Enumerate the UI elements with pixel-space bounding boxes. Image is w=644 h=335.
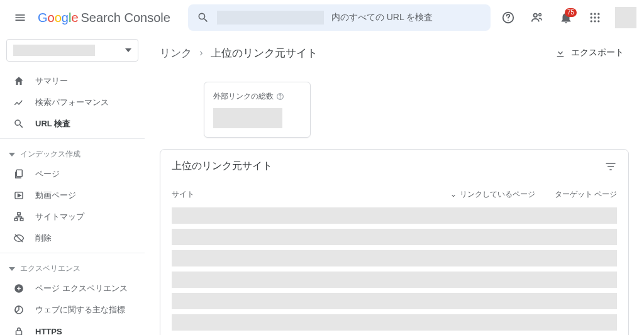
google-logo: Google (38, 11, 79, 25)
sidebar-item-sitemaps[interactable]: サイトマップ (0, 206, 140, 228)
sidebar-item-url-inspect[interactable]: URL 検査 (0, 113, 140, 135)
svg-point-4 (591, 13, 592, 15)
table-row[interactable] (172, 250, 617, 266)
column-linking-pages[interactable]: リンクしているページ (435, 189, 535, 200)
column-target-pages[interactable]: ターゲット ページ (535, 189, 617, 200)
export-button[interactable]: エクスポート (550, 43, 629, 62)
sidebar-item-page-experience[interactable]: ページ エクスペリエンス (0, 278, 140, 299)
export-label: エクスポート (571, 47, 624, 58)
filter-icon (604, 160, 617, 173)
top-linking-sites-table: 上位のリンク元サイト サイト リンクしているページ ターゲット ページ (160, 149, 629, 335)
sidebar-item-video-pages[interactable]: 動画ページ (0, 185, 140, 206)
table-header: 上位のリンク元サイト (172, 160, 617, 173)
sidebar-item-label: 検索パフォーマンス (35, 97, 109, 108)
svg-point-10 (591, 20, 592, 22)
table-row[interactable] (172, 293, 617, 309)
sidebar: サマリー 検索パフォーマンス URL 検査 インデックス作成 ページ 動画ページ… (0, 35, 145, 335)
breadcrumb-current: 上位のリンク元サイト (211, 46, 318, 60)
stat-label: 外部リンクの総数 (213, 91, 301, 102)
divider (0, 253, 145, 253)
main-content: リンク › 上位のリンク元サイト エクスポート 外部リンクの総数 上位のリンク元… (145, 35, 644, 335)
notification-badge: 75 (565, 8, 577, 17)
svg-point-12 (597, 20, 599, 22)
svg-point-6 (597, 13, 599, 15)
svg-point-5 (594, 13, 596, 15)
table-row[interactable] (172, 272, 617, 288)
video-icon (13, 190, 25, 201)
svg-rect-17 (20, 218, 23, 221)
sidebar-item-pages[interactable]: ページ (0, 163, 140, 185)
menu-icon (14, 11, 26, 24)
chevron-right-icon: › (199, 47, 203, 59)
sidebar-item-core-web-vitals[interactable]: ウェブに関する主な指標 (0, 299, 140, 321)
search-icon (13, 118, 25, 129)
eye-off-icon (13, 233, 25, 244)
app-header: Google Search Console 内のすべての URL を検査 75 (0, 0, 644, 35)
notifications-button[interactable]: 75 (553, 5, 579, 30)
filter-button[interactable] (604, 160, 617, 173)
sidebar-item-performance[interactable]: 検索パフォーマンス (0, 92, 140, 113)
product-logo[interactable]: Google Search Console (38, 11, 170, 25)
hamburger-menu-button[interactable] (8, 5, 33, 30)
lock-icon (13, 326, 25, 335)
table-row[interactable] (172, 207, 617, 224)
info-icon[interactable] (276, 92, 284, 101)
table-title: 上位のリンク元サイト (172, 160, 272, 173)
sidebar-item-label: ページ エクスペリエンス (35, 283, 128, 294)
divider (0, 138, 145, 139)
table-row[interactable] (172, 229, 617, 245)
svg-point-9 (597, 16, 599, 18)
sidebar-item-label: 削除 (35, 233, 52, 244)
breadcrumb-root[interactable]: リンク (160, 46, 192, 60)
svg-point-11 (594, 20, 596, 22)
header-actions: 75 (496, 5, 636, 30)
svg-rect-15 (18, 212, 21, 215)
svg-rect-16 (14, 218, 18, 221)
apps-button[interactable] (582, 5, 608, 30)
account-avatar[interactable] (615, 7, 636, 28)
breadcrumb: リンク › 上位のリンク元サイト (160, 46, 318, 60)
table-rows (172, 207, 617, 335)
sidebar-item-label: サマリー (35, 75, 68, 87)
property-selector[interactable] (6, 39, 138, 62)
sidebar-item-label: ウェブに関する主な指標 (35, 304, 125, 316)
table-row[interactable] (172, 314, 617, 331)
search-placeholder: 内のすべての URL を検査 (331, 12, 433, 23)
chevron-down-icon (9, 153, 15, 157)
svg-point-23 (280, 98, 280, 99)
users-button[interactable] (525, 5, 550, 30)
gauge-icon (13, 304, 25, 316)
svg-rect-20 (16, 331, 22, 335)
help-button[interactable] (496, 5, 521, 30)
svg-point-3 (539, 14, 541, 16)
svg-point-2 (534, 14, 538, 17)
sidebar-item-label: サイトマップ (35, 211, 84, 222)
sidebar-item-https[interactable]: HTTPS (0, 321, 140, 335)
column-site[interactable]: サイト (172, 189, 435, 200)
search-icon (197, 11, 209, 24)
sidebar-section-experience[interactable]: エクスペリエンス (0, 257, 145, 278)
external-links-stat-card: 外部リンクの総数 (204, 82, 311, 138)
sidebar-section-indexing[interactable]: インデックス作成 (0, 143, 145, 163)
download-icon (555, 47, 566, 58)
section-label: インデックス作成 (20, 149, 80, 160)
sidebar-item-label: 動画ページ (35, 190, 76, 201)
home-icon (13, 75, 25, 87)
chevron-down-icon (125, 48, 131, 52)
sidebar-item-removals[interactable]: 削除 (0, 228, 140, 249)
chevron-down-icon (9, 267, 15, 271)
svg-point-1 (508, 19, 508, 20)
help-icon (501, 11, 515, 25)
users-icon (530, 11, 544, 25)
arrow-down-icon (450, 191, 457, 199)
sitemap-icon (13, 211, 25, 222)
property-name-redacted (13, 45, 95, 56)
plus-circle-icon (13, 283, 25, 294)
sidebar-item-summary[interactable]: サマリー (0, 70, 140, 92)
svg-point-8 (594, 16, 596, 18)
pages-icon (13, 168, 25, 180)
search-bar[interactable]: 内のすべての URL を検査 (188, 4, 491, 31)
search-property-redacted (217, 11, 324, 25)
breadcrumb-row: リンク › 上位のリンク元サイト エクスポート (160, 35, 629, 70)
trend-icon (13, 97, 25, 108)
